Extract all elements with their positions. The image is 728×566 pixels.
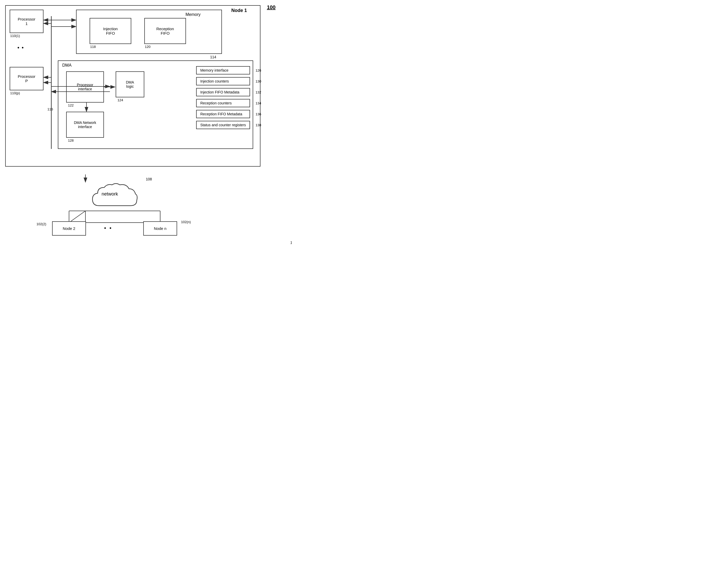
page: Node 1 100 Memory 114 Injection FIFO 118… xyxy=(5,5,287,247)
reg-injection-counters-ref: 130 xyxy=(256,79,261,83)
injection-fifo-ref: 118 xyxy=(90,45,96,49)
memory-label: Memory xyxy=(185,12,201,17)
reg-reception-counters: Reception counters 134 xyxy=(196,99,250,107)
register-boxes: Memory interface 126 Injection counters … xyxy=(196,66,250,129)
reg-reception-counters-ref: 134 xyxy=(256,101,261,105)
reg-memory-interface-ref: 126 xyxy=(256,69,261,72)
reg-status-counter-ref: 138 xyxy=(256,123,261,127)
reg-injection-fifo-metadata-label: Injection FIFO Metadata xyxy=(200,90,239,94)
reg-injection-fifo-metadata-ref: 132 xyxy=(256,90,261,94)
reg-reception-fifo-metadata-label: Reception FIFO Metadata xyxy=(200,112,242,116)
proc-iface-ref: 122 xyxy=(68,103,74,107)
dma-logic-ref: 124 xyxy=(117,98,123,102)
reception-fifo-ref: 120 xyxy=(145,45,151,49)
reg-reception-fifo-metadata-ref: 136 xyxy=(256,112,261,116)
reg-memory-interface: Memory interface 126 xyxy=(196,66,250,75)
proc-iface-label: Processor interface xyxy=(77,83,93,91)
reception-fifo-label: Reception FIFO xyxy=(156,27,174,35)
dma-net-box: DMA Network interface 128 xyxy=(66,112,104,138)
proc-iface-box: Processor interface 122 xyxy=(66,71,104,103)
processorp-box: Processor P 110(p) xyxy=(10,67,43,90)
processor-dots: • • xyxy=(17,45,24,51)
reg-injection-counters-label: Injection counters xyxy=(200,79,229,83)
dma-box: DMA Processor interface 122 DMA logic 12… xyxy=(58,60,253,149)
dma-net-ref: 128 xyxy=(68,139,74,142)
reg-reception-counters-label: Reception counters xyxy=(200,101,232,105)
processor1-label: Processor 1 xyxy=(18,17,35,26)
node1-ref: 100 xyxy=(267,4,276,10)
reg-memory-interface-label: Memory interface xyxy=(200,68,228,72)
dma-label: DMA xyxy=(62,63,72,68)
node2-label: Node 2 xyxy=(63,226,75,231)
reg-injection-counters: Injection counters 130 xyxy=(196,77,250,85)
memory-ref: 114 xyxy=(210,55,216,59)
node1-label: Node 1 xyxy=(231,8,247,13)
reception-fifo-box: Reception FIFO 120 xyxy=(144,18,186,44)
network-area: network 108 102(2) Node 2 • • Node n 102… xyxy=(5,175,260,247)
noden-box: Node n xyxy=(143,221,177,236)
processorp-label: Processor P xyxy=(18,74,35,83)
node2-box: Node 2 xyxy=(52,221,86,236)
svg-line-16 xyxy=(69,211,85,223)
processorp-ref: 110(p) xyxy=(10,91,20,95)
memory-box: Memory 114 Injection FIFO 118 Reception … xyxy=(76,10,222,54)
noden-ref: 102(n) xyxy=(181,220,191,224)
network-dots: • • xyxy=(104,225,113,231)
injection-fifo-box: Injection FIFO 118 xyxy=(90,18,131,44)
noden-label: Node n xyxy=(154,226,166,231)
processor1-box: Processor 1 110(1) xyxy=(10,10,43,33)
reg-status-counter: Status and counter registers 138 xyxy=(196,121,250,129)
network-label: network xyxy=(102,191,118,197)
injection-fifo-label: Injection FIFO xyxy=(103,27,118,35)
dma-net-label: DMA Network interface xyxy=(74,121,96,129)
dma-logic-label: DMA logic xyxy=(126,80,134,89)
node1-box: Node 1 100 Memory 114 Injection FIFO 118… xyxy=(5,5,260,167)
processor1-ref: 110(1) xyxy=(10,34,20,38)
reg-status-counter-label: Status and counter registers xyxy=(200,123,246,127)
node1-outer-ref: 102(1) xyxy=(290,241,292,245)
dma-logic-box: DMA logic 124 xyxy=(116,71,144,97)
network-ref: 108 xyxy=(146,177,152,181)
reg-injection-fifo-metadata: Injection FIFO Metadata 132 xyxy=(196,88,250,96)
reg-reception-fifo-metadata: Reception FIFO Metadata 136 xyxy=(196,110,250,118)
ref-116: 116 xyxy=(47,107,53,111)
node2-ref: 102(2) xyxy=(36,222,46,226)
